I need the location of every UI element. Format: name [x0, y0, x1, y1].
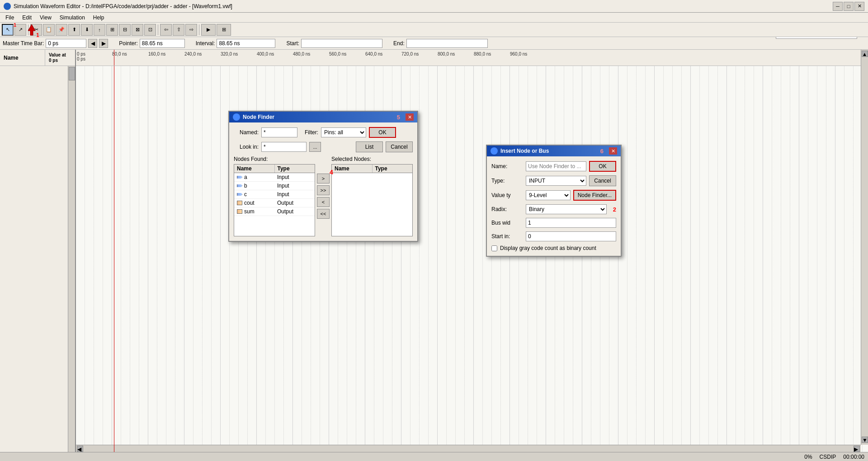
maximize-button[interactable]: □	[844, 2, 854, 11]
time-bar: Master Time Bar: ◀ ▶ Pointer: Interval: …	[0, 37, 868, 50]
toolbar: ↖ 1 ↗ ✂ 📋 📌 ⬆ ⬇ ↑ ⊞ ⊟ ⊠ ⊡ ⇦ ⇧ ⇨ ▶ ⊞ 1	[0, 23, 868, 37]
scrollbar-thumb[interactable]	[69, 67, 75, 80]
h-scrollbar-right[interactable]: ▶	[854, 446, 860, 452]
selection-tool-button[interactable]: ↗	[14, 24, 26, 36]
progress-label: 0%	[804, 454, 812, 460]
time-forward-button[interactable]: ▶	[99, 39, 108, 48]
menu-help[interactable]: Help	[90, 14, 108, 22]
node-b-name: b	[234, 182, 274, 190]
minimize-button[interactable]: ─	[833, 2, 843, 11]
annotation-5: 5	[397, 114, 400, 121]
pointer-input[interactable]	[140, 39, 185, 48]
menu-file[interactable]: File	[2, 14, 18, 22]
tool7[interactable]: ⊞	[106, 24, 118, 36]
paste-button[interactable]: 📌	[56, 24, 67, 36]
in-name-input[interactable]	[526, 161, 586, 171]
node-a-type: Input	[274, 173, 315, 181]
named-input[interactable]	[261, 127, 297, 137]
sim-button[interactable]: ▶	[201, 24, 216, 36]
filter-label: Filter:	[300, 129, 318, 136]
menu-edit[interactable]: Edit	[19, 14, 35, 22]
tick-480: 480,0 ns	[293, 52, 310, 56]
transfer-all-button[interactable]: >>	[317, 185, 330, 195]
node-a-name: a	[234, 173, 274, 181]
v-scroll-up[interactable]: ▲	[862, 51, 868, 57]
remove-all-button[interactable]: <<	[317, 209, 330, 219]
insert-node-close-button[interactable]: ✕	[609, 147, 617, 155]
tool10[interactable]: ⊡	[144, 24, 156, 36]
tick-320: 320,0 ns	[221, 52, 238, 56]
table-row[interactable]: c Input	[234, 190, 315, 199]
node-finder-title-bar[interactable]: Node Finder 5 ✕	[229, 112, 417, 122]
cancel-button[interactable]: Cancel	[386, 141, 413, 152]
in-valuetype-row: Value ty 9-Level 4-State Node Finder...	[491, 190, 616, 201]
lookin-input[interactable]	[261, 142, 307, 152]
in-node-finder-button[interactable]: Node Finder...	[573, 190, 616, 201]
in-type-select[interactable]: INPUT OUTPUT BIDIR BUS	[526, 176, 586, 186]
node-sum-name-text: sum	[244, 208, 255, 215]
waveform-left-panel: Name Value at0 ps	[0, 50, 76, 452]
waveform-vertical-scrollbar[interactable]: ▲ ▼	[861, 50, 868, 445]
table-row[interactable]: b Input	[234, 182, 315, 190]
end-input[interactable]	[406, 39, 488, 48]
tool11[interactable]: ⇦	[160, 24, 172, 36]
invert-button[interactable]: ↑	[94, 24, 105, 36]
grid-button[interactable]: ⊞	[217, 24, 231, 36]
in-graycode-checkbox[interactable]	[491, 245, 497, 251]
value-col-label: Value at0 ps	[49, 52, 66, 63]
in-ok-button[interactable]: OK	[589, 161, 616, 172]
insert-node-title-bar[interactable]: Insert Node or Bus 6 ✕	[487, 146, 621, 156]
menu-simulation[interactable]: Simulation	[56, 14, 89, 22]
insert-node-title: Insert Node or Bus	[500, 148, 549, 154]
named-label: Named:	[234, 129, 259, 136]
start-input[interactable]	[301, 39, 382, 48]
table-row[interactable]: a Input	[234, 173, 315, 182]
tool9[interactable]: ⊠	[132, 24, 143, 36]
tick-800: 800,0 ns	[438, 52, 455, 56]
master-time-input[interactable]	[46, 39, 86, 48]
insert-node-button[interactable]: ⬆	[68, 24, 80, 36]
time-back-button[interactable]: ◀	[88, 39, 97, 48]
copy-button[interactable]: 📋	[43, 24, 55, 36]
h-scrollbar-left[interactable]: ◀	[77, 446, 83, 452]
in-radix-select[interactable]: Binary Hexadecimal Octal Unsigned Decima…	[526, 204, 607, 214]
lookin-browse-button[interactable]: ...	[309, 142, 321, 152]
nodes-found-type-col: Type	[275, 165, 315, 173]
interval-input[interactable]	[217, 39, 275, 48]
insert-node-icon	[491, 147, 498, 155]
nf-lookin-row: Look in: ... List Cancel	[234, 141, 413, 152]
pointer-tool-button[interactable]: ↖	[2, 24, 14, 36]
cut-button[interactable]: ✂	[30, 24, 42, 36]
horizontal-scrollbar[interactable]: ◀ ▶	[76, 445, 861, 452]
transfer-buttons: > >> < << 4	[315, 156, 331, 236]
table-row[interactable]: sum Output	[234, 207, 315, 216]
tick-640: 640,0 ns	[365, 52, 382, 56]
in-valuetype-select[interactable]: 9-Level 4-State	[526, 190, 571, 200]
table-row[interactable]: cout Output	[234, 199, 315, 207]
in-cancel-button[interactable]: Cancel	[589, 175, 616, 186]
tool13[interactable]: ⇨	[185, 24, 197, 36]
node-b-name-text: b	[244, 183, 247, 189]
tool8[interactable]: ⊟	[119, 24, 131, 36]
delete-button[interactable]: ⬇	[81, 24, 93, 36]
close-button[interactable]: ✕	[854, 2, 864, 11]
input-icon-c	[237, 192, 242, 197]
end-label: End:	[393, 40, 405, 47]
menu-view[interactable]: View	[36, 14, 55, 22]
node-a-name-text: a	[244, 174, 247, 180]
node-finder-dialog: Node Finder 5 ✕ Named: Filter: Pins: all…	[228, 111, 418, 242]
node-finder-ok-button[interactable]: OK	[369, 127, 396, 138]
vertical-scrollbar[interactable]	[68, 66, 75, 452]
list-button[interactable]: List	[356, 141, 383, 152]
tool12[interactable]: ⇧	[173, 24, 184, 36]
remove-one-button[interactable]: <	[317, 197, 330, 207]
pointer-label: Pointer:	[119, 40, 137, 47]
in-startindex-input[interactable]	[526, 231, 616, 241]
in-buswidth-input[interactable]	[526, 218, 616, 228]
transfer-one-button[interactable]: >	[317, 174, 330, 183]
node-finder-close-button[interactable]: ✕	[406, 113, 414, 121]
selected-type-col: Type	[373, 165, 413, 173]
filter-select[interactable]: Pins: all Pins: input Pins: output Nets …	[321, 127, 366, 137]
v-scroll-down[interactable]: ▼	[862, 437, 868, 443]
lookin-label: Look in:	[234, 144, 259, 150]
